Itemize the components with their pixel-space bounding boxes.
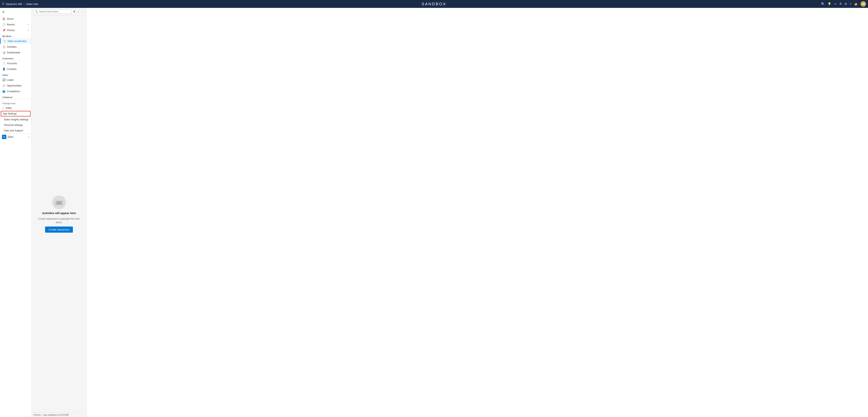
sidebar-item-leads[interactable]: 🔄 Leads (0, 77, 31, 83)
filter-icon[interactable]: ⚗ (839, 2, 842, 6)
home-icon: 🏠 (2, 17, 5, 20)
sidebar-item-competitors[interactable]: 👥 Competitors (0, 88, 31, 94)
brand-name: Dynamics 365 (6, 3, 22, 5)
person-icon[interactable]: 🧑 (854, 2, 858, 6)
contacts-icon: 👤 (2, 67, 5, 70)
empty-state: Activities will appear here Create seque… (32, 16, 87, 413)
pinned-icon: 📌 (2, 29, 5, 32)
svg-rect-2 (57, 202, 61, 203)
svg-rect-3 (57, 203, 61, 203)
change-area-section: Change area ✓ Sales App Settings Sales I… (0, 99, 31, 133)
sidebar-item-activities[interactable]: 📋 Activities (0, 44, 31, 50)
help-icon[interactable]: ? (850, 2, 851, 6)
recent-expand-icon: ∨ (28, 24, 29, 26)
change-area-sales-label: Sales (6, 107, 12, 109)
activities-icon: 📋 (2, 45, 5, 48)
sidebar-item-recent-label: Recent (7, 23, 15, 26)
sidebar: ≡ 🏠 Home 🕐 Recent ∨ 📌 Pinned ∨ My Work ⚡… (0, 8, 32, 417)
empty-state-icon (52, 196, 66, 209)
help-and-support-label: Help and Support (4, 129, 23, 132)
app-settings-label: App Settings (3, 112, 17, 115)
work-panel-status: 0 items Last updated at 10:29 AM (32, 413, 87, 417)
recent-icon: 🕐 (2, 23, 5, 26)
top-nav: ⠿ Dynamics 365 | Sales Hub SANDBOX 🔍 💡 +… (0, 0, 868, 8)
work-panel: 🔍 ⚗ ↕ … Activities will appear here Crea… (32, 8, 87, 417)
sidebar-item-recent[interactable]: 🕐 Recent ∨ (0, 22, 31, 27)
change-area-label: Change area (0, 101, 31, 106)
accounts-icon: 📄 (2, 62, 5, 65)
sort-button[interactable]: ↕ (77, 10, 80, 13)
search-icon[interactable]: 🔍 (821, 2, 825, 6)
sidebar-item-pinned[interactable]: 📌 Pinned ∨ (0, 27, 31, 33)
sidebar-item-sales-insights-settings[interactable]: Sales Insights settings (0, 117, 31, 122)
empty-subtitle: Create sequences to populate the work it… (35, 217, 83, 224)
items-count: 0 items (33, 414, 41, 416)
sidebar-toggle[interactable]: ≡ (0, 8, 31, 16)
sidebar-item-sales-accelerator-label: Sales accelerator (7, 40, 27, 42)
sidebar-item-pinned-label: Pinned (7, 29, 14, 32)
pinned-expand-icon: ∨ (28, 29, 29, 31)
customers-label: Customers (0, 55, 31, 60)
sidebar-item-contacts-label: Contacts (7, 68, 17, 70)
right-panel (87, 8, 868, 417)
sales-label: Sales (0, 72, 31, 77)
nav-divider: | (24, 2, 25, 6)
sidebar-item-home[interactable]: 🏠 Home (0, 16, 31, 22)
sidebar-item-help-and-support[interactable]: Help and Support (0, 128, 31, 133)
svg-rect-4 (57, 204, 60, 204)
sidebar-item-sales-accelerator[interactable]: ⚡ Sales accelerator (0, 38, 31, 44)
sidebar-item-activities-label: Activities (7, 46, 17, 48)
change-area-sales[interactable]: ✓ Sales (0, 106, 31, 111)
lightbulb-icon[interactable]: 💡 (828, 2, 831, 6)
collateral-label: Collateral (0, 94, 31, 99)
sandbox-title: SANDBOX (422, 2, 446, 6)
sidebar-item-dashboards[interactable]: 📊 Dashboards (0, 50, 31, 55)
sidebar-item-contacts[interactable]: 👤 Contacts (0, 66, 31, 72)
sales-insights-settings-label: Sales Insights settings (4, 118, 28, 121)
dashboards-icon: 📊 (2, 51, 5, 54)
work-panel-toolbar: 🔍 ⚗ ↕ … (32, 8, 87, 16)
sidebar-item-home-label: Home (7, 18, 13, 20)
sidebar-bottom: S Sales ◇ (0, 133, 31, 140)
app-name: Sales Hub (26, 3, 38, 5)
search-box[interactable]: 🔍 (33, 9, 71, 14)
search-input[interactable] (39, 10, 70, 13)
personal-settings-label: Personal settings (4, 124, 23, 126)
sidebar-item-competitors-label: Competitors (7, 90, 20, 93)
sidebar-item-dashboards-label: Dashboards (7, 51, 20, 54)
plus-icon[interactable]: + (834, 2, 836, 6)
bottom-sales-label: Sales (7, 136, 13, 138)
nav-icons: 🔍 💡 + ⚗ ⚙ ? 🧑 NR (821, 1, 866, 7)
filter-button[interactable]: ⚗ (72, 10, 76, 13)
competitors-icon: 👥 (2, 90, 5, 93)
sidebar-item-leads-label: Leads (7, 79, 13, 81)
sales-accelerator-icon: ⚡ (3, 39, 6, 42)
bottom-avatar: S (2, 135, 6, 139)
opportunities-icon: 📈 (2, 84, 5, 87)
last-updated: Last updated at 10:29 AM (43, 414, 68, 416)
sidebar-item-opportunities[interactable]: 📈 Opportunities (0, 83, 31, 88)
empty-title: Activities will appear here (42, 212, 76, 215)
bottom-expand-icon[interactable]: ◇ (28, 136, 29, 138)
checkmark-icon: ✓ (2, 107, 4, 109)
leads-icon: 🔄 (2, 79, 5, 81)
my-work-label: My Work (0, 33, 31, 38)
sidebar-item-accounts[interactable]: 📄 Accounts (0, 60, 31, 66)
sidebar-item-accounts-label: Accounts (7, 62, 17, 65)
settings-icon[interactable]: ⚙ (844, 2, 847, 6)
create-sequences-button[interactable]: Create sequences (45, 227, 73, 233)
search-box-icon: 🔍 (35, 10, 38, 13)
user-avatar[interactable]: NR (861, 1, 866, 7)
sidebar-item-opportunities-label: Opportunities (7, 84, 22, 87)
apps-grid-icon[interactable]: ⠿ (2, 2, 4, 6)
change-area-app-settings[interactable]: App Settings (1, 111, 31, 116)
app-body: ≡ 🏠 Home 🕐 Recent ∨ 📌 Pinned ∨ My Work ⚡… (0, 8, 868, 417)
svg-rect-1 (56, 200, 58, 201)
more-button[interactable]: … (81, 10, 85, 13)
sidebar-item-personal-settings[interactable]: Personal settings (0, 122, 31, 128)
